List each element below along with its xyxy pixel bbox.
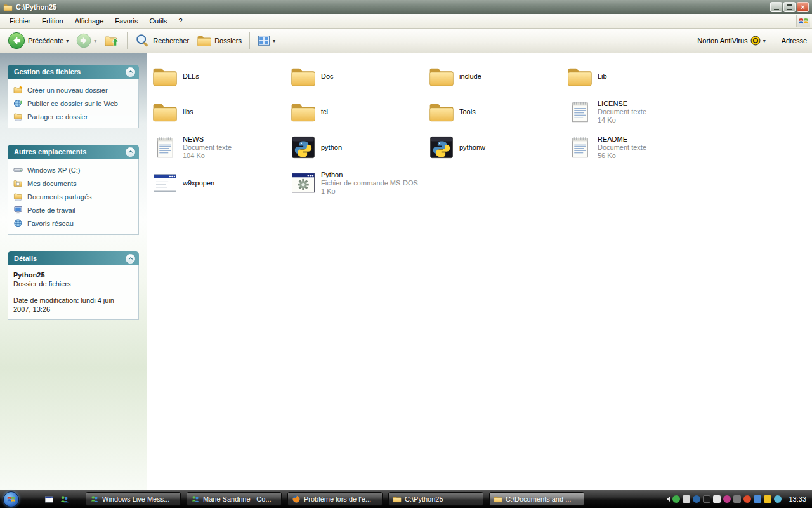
file-tile[interactable]: include xyxy=(427,58,565,94)
tray-icon[interactable] xyxy=(754,495,761,503)
up-button[interactable] xyxy=(102,31,122,50)
taskbar-button-documents[interactable]: C:\Documents and ... xyxy=(489,492,584,506)
collapse-pane-button[interactable] xyxy=(126,147,135,157)
toolbar-separator xyxy=(775,32,775,49)
menu-favoris[interactable]: Favoris xyxy=(109,15,143,27)
file-type: Fichier de commande MS-DOS xyxy=(321,179,418,187)
file-name: Doc xyxy=(321,72,334,80)
collapse-pane-button[interactable] xyxy=(126,254,135,264)
file-tile[interactable]: tcl xyxy=(289,94,427,130)
file-tile[interactable]: pythonw xyxy=(427,130,565,165)
file-name: Tools xyxy=(459,108,476,116)
python-application-icon xyxy=(290,134,317,161)
explorer-window: C:\Python25 × Fichier Edition Affichage … xyxy=(0,0,812,508)
menu-aide[interactable]: ? xyxy=(173,15,188,27)
tray-collapse-icon[interactable] xyxy=(667,497,670,502)
folders-label: Dossiers xyxy=(214,37,242,44)
maximize-icon xyxy=(787,4,792,10)
task-create-folder[interactable]: Créer un nouveau dossier xyxy=(11,83,136,97)
tray-icon[interactable] xyxy=(713,495,721,503)
views-button[interactable]: ▾ xyxy=(255,32,278,49)
file-tile[interactable]: w9xpopen xyxy=(150,165,289,201)
taskbar-button-messenger[interactable]: Windows Live Mess... xyxy=(86,492,181,506)
place-my-documents[interactable]: Mes documents xyxy=(11,177,136,190)
tray-icon[interactable] xyxy=(743,495,751,503)
collapse-pane-button[interactable] xyxy=(126,67,135,77)
file-tile[interactable]: Tools xyxy=(427,94,565,130)
clock: 13:33 xyxy=(789,495,806,503)
file-name: DLLs xyxy=(183,72,199,80)
file-name: tcl xyxy=(321,108,328,116)
new-folder-icon xyxy=(13,85,23,95)
tray-icon[interactable] xyxy=(774,495,782,503)
task-label: Publier ce dossier sur le Web xyxy=(27,100,118,107)
task-share-folder[interactable]: Partager ce dossier xyxy=(11,110,136,123)
folders-icon xyxy=(197,33,212,48)
back-button[interactable]: Précédente ▾ xyxy=(5,30,71,51)
menu-fichier[interactable]: Fichier xyxy=(4,15,36,27)
norton-antivirus-button[interactable]: Norton AntiVirus ▾ xyxy=(695,34,768,48)
details-pane-header[interactable]: Détails xyxy=(8,251,139,265)
menu-edition[interactable]: Edition xyxy=(36,15,69,27)
file-tile[interactable]: Doc xyxy=(289,58,427,94)
minimize-button[interactable] xyxy=(770,2,782,12)
file-tile[interactable]: LICENSE Document texte 14 Ko xyxy=(565,94,704,130)
place-network[interactable]: Favoris réseau xyxy=(11,217,136,230)
quick-launch-messenger-icon[interactable] xyxy=(60,495,69,504)
hard-drive-icon xyxy=(13,165,23,175)
task-label: Problème lors de l'é... xyxy=(304,495,371,503)
menu-outils[interactable]: Outils xyxy=(143,15,173,27)
file-size: 104 Ko xyxy=(183,152,232,159)
file-tile[interactable]: README Document texte 56 Ko xyxy=(565,130,704,165)
place-drive-c[interactable]: Windows XP (C:) xyxy=(11,163,136,177)
share-folder-icon xyxy=(13,112,23,121)
place-label: Documents partagés xyxy=(27,193,92,201)
tray-icon[interactable] xyxy=(672,495,680,503)
taskbar-button-conversation[interactable]: Marie Sandrine - Co... xyxy=(187,492,282,506)
place-label: Favoris réseau xyxy=(27,220,74,227)
tray-icon[interactable] xyxy=(733,495,741,503)
details-modified-date: Date de modification: lundi 4 juin 2007,… xyxy=(13,296,126,314)
file-tile[interactable]: libs xyxy=(150,94,289,130)
tray-icon[interactable] xyxy=(703,495,710,503)
file-grid: DLLs Doc include Lib libs tcl xyxy=(150,58,704,201)
menu-affichage[interactable]: Affichage xyxy=(69,15,110,27)
details-pane: Détails Python25 Dossier de fichiers Dat… xyxy=(8,251,139,320)
place-shared-documents[interactable]: Documents partagés xyxy=(11,190,136,203)
file-tile[interactable]: DLLs xyxy=(150,58,289,94)
file-tile[interactable]: Python Fichier de commande MS-DOS 1 Ko xyxy=(289,165,427,201)
file-tasks-pane-header[interactable]: Gestion des fichiers xyxy=(8,65,139,79)
norton-label: Norton AntiVirus xyxy=(697,37,747,44)
tray-icon[interactable] xyxy=(723,495,731,503)
minimize-icon xyxy=(774,9,779,10)
back-dropdown-caret-icon[interactable]: ▾ xyxy=(66,38,69,44)
tray-icon[interactable] xyxy=(683,495,690,503)
tray-icon[interactable] xyxy=(764,495,771,503)
folders-button[interactable]: Dossiers xyxy=(194,31,244,50)
close-button[interactable]: × xyxy=(797,2,809,12)
search-icon xyxy=(135,33,150,48)
tray-icon[interactable] xyxy=(693,495,700,503)
start-button[interactable] xyxy=(3,491,19,507)
task-label: C:\Documents and ... xyxy=(506,495,571,503)
other-places-pane-header[interactable]: Autres emplacements xyxy=(8,145,139,159)
folder-icon xyxy=(494,495,502,504)
taskbar-button-browser[interactable]: Problème lors de l'é... xyxy=(287,492,383,506)
forward-button[interactable]: ▾ xyxy=(74,31,99,50)
address-bar-label[interactable]: Adresse xyxy=(782,37,807,44)
file-tile[interactable]: NEWS Document texte 104 Ko xyxy=(150,130,289,165)
file-name: libs xyxy=(183,108,193,116)
file-tile[interactable]: Lib xyxy=(565,58,704,94)
place-my-computer[interactable]: Poste de travail xyxy=(11,203,136,217)
taskbar-button-python25[interactable]: C:\Python25 xyxy=(388,492,483,506)
search-button[interactable]: Rechercher xyxy=(133,31,192,50)
file-tile[interactable]: python xyxy=(289,130,427,165)
python-application-icon xyxy=(428,134,455,161)
menu-bar: Fichier Edition Affichage Favoris Outils… xyxy=(0,14,812,29)
maximize-button[interactable] xyxy=(783,2,796,12)
task-publish-web[interactable]: Publier ce dossier sur le Web xyxy=(11,97,136,110)
quick-launch-window-icon[interactable] xyxy=(44,495,54,504)
publish-web-icon xyxy=(13,98,23,108)
file-name: python xyxy=(321,144,342,151)
file-tasks-pane: Gestion des fichiers Créer un nouveau do… xyxy=(8,65,139,128)
